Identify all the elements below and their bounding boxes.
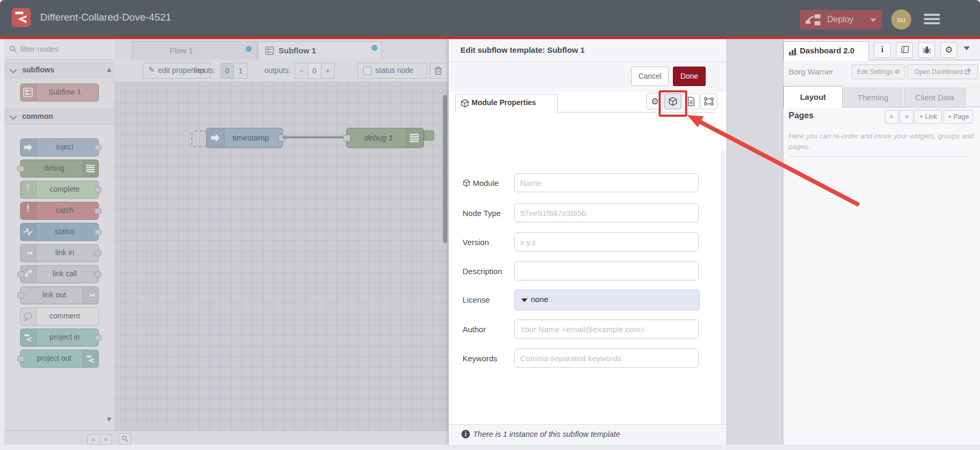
- link-out-icon: [82, 287, 98, 304]
- description-input[interactable]: [514, 261, 699, 280]
- chevron-down-icon: [10, 112, 17, 120]
- node-port: [17, 166, 24, 172]
- edit-settings-button[interactable]: Edit Settings ⚙: [852, 64, 905, 79]
- tab-client-data[interactable]: Client Data: [904, 88, 966, 108]
- status-node-toggle[interactable]: status node: [357, 63, 427, 79]
- canvas-search-button[interactable]: [118, 433, 131, 445]
- node-port: [95, 187, 101, 193]
- tab-flow1[interactable]: Flow 1: [132, 41, 257, 60]
- license-label: License: [463, 295, 490, 304]
- palette-node-link-call[interactable]: link call: [20, 265, 99, 283]
- project-in-icon: [21, 329, 36, 346]
- trash-icon: [434, 67, 442, 75]
- palette-node-project-in[interactable]: project in: [20, 329, 99, 346]
- deploy-button[interactable]: Deploy: [800, 10, 882, 30]
- tab-module-properties[interactable]: Module Properties: [455, 94, 558, 112]
- search-icon: [10, 45, 17, 53]
- author-input[interactable]: [514, 320, 699, 339]
- flow-node-timestamp[interactable]: timestamp: [206, 128, 283, 148]
- chevron-down-icon: «: [900, 115, 913, 118]
- palette-node-debug[interactable]: debug: [20, 160, 99, 177]
- palette-node-project-out[interactable]: project out: [20, 350, 99, 368]
- palette-footer: « «: [4, 430, 115, 445]
- unsaved-changes-dot: [246, 46, 252, 52]
- palette-scroll-down-icon[interactable]: ▼: [106, 415, 113, 423]
- add-page-button[interactable]: + Page: [944, 110, 973, 124]
- dialog-scrollbar[interactable]: [721, 150, 725, 450]
- keywords-input[interactable]: [514, 349, 699, 368]
- outputs-label: outputs:: [264, 66, 291, 74]
- open-dashboard-button[interactable]: Open Dashboard: [907, 64, 978, 79]
- palette-node-inject[interactable]: inject: [20, 138, 99, 156]
- cancel-button[interactable]: Cancel: [631, 67, 669, 86]
- palette-node-catch[interactable]: ! catch: [20, 202, 99, 220]
- bug-icon: [922, 45, 931, 54]
- document-icon: [687, 97, 695, 106]
- palette-node-link-in[interactable]: link in: [20, 244, 99, 262]
- sidebar-menu-caret-icon[interactable]: [964, 46, 970, 50]
- tab-theming[interactable]: Theming: [844, 88, 902, 108]
- palette-section-common[interactable]: common: [4, 109, 114, 125]
- version-input[interactable]: [514, 232, 699, 251]
- flow-node-debug1[interactable]: debug 1: [346, 128, 424, 148]
- info-tab-button[interactable]: i: [874, 42, 891, 58]
- project-name: Borg Warner: [789, 67, 833, 76]
- palette-section-subflows[interactable]: subflows: [4, 62, 114, 78]
- add-link-button[interactable]: + Link: [914, 110, 942, 124]
- inputs-count-0[interactable]: 0: [220, 63, 234, 79]
- expand-all-button[interactable]: «: [900, 110, 913, 124]
- wire: [282, 136, 347, 138]
- done-button[interactable]: Done: [673, 67, 706, 86]
- palette-node-comment[interactable]: comment: [20, 307, 99, 325]
- help-tab-button[interactable]: [896, 42, 913, 58]
- flowfuse-logo-icon: [12, 8, 31, 27]
- gear-icon: ⚙: [945, 44, 953, 55]
- pages-hint-text: Here you can re-order and move your widg…: [789, 131, 974, 153]
- vertical-scrollbar-thumb[interactable]: [443, 95, 447, 243]
- inject-trigger-button[interactable]: [191, 130, 207, 147]
- instance-title: Different-Collared-Dove-4521: [40, 12, 171, 23]
- info-icon: i: [881, 44, 884, 54]
- tab-dashboard-2[interactable]: Dashboard 2.0: [783, 41, 869, 61]
- inputs-count-1[interactable]: 1: [234, 63, 247, 79]
- palette-node-status[interactable]: status: [20, 223, 99, 241]
- palette-node-link-out[interactable]: link out: [20, 286, 99, 304]
- description-label: Description: [463, 267, 502, 276]
- search-icon: [122, 435, 128, 442]
- debug-tab-button[interactable]: [918, 42, 935, 58]
- bottom-frame: [0, 445, 980, 450]
- node-palette: filter nodes subflows Subflow 1 common i…: [4, 39, 115, 445]
- outputs-minus-button[interactable]: −: [294, 63, 308, 79]
- tab-subflow1[interactable]: Subflow 1: [258, 41, 382, 60]
- palette-node-complete[interactable]: ! complete: [20, 181, 99, 199]
- input-port[interactable]: [343, 135, 350, 142]
- project-out-icon: [82, 350, 98, 367]
- user-avatar[interactable]: su: [891, 10, 911, 30]
- inputs-label: inputs:: [194, 66, 216, 74]
- module-input[interactable]: [514, 173, 699, 192]
- main-menu-button[interactable]: [924, 12, 940, 26]
- collapse-all-button[interactable]: «: [885, 110, 899, 124]
- palette-node-subflow[interactable]: Subflow 1: [20, 83, 99, 101]
- author-label: Author: [463, 325, 486, 334]
- palette-filter[interactable]: filter nodes: [4, 39, 114, 60]
- debug-sidebar-toggle[interactable]: [424, 130, 434, 140]
- palette-expand-all-button[interactable]: «: [99, 434, 112, 445]
- deploy-caret-icon[interactable]: [870, 18, 876, 22]
- external-link-icon: [965, 69, 970, 74]
- appearance-tab-button[interactable]: [700, 93, 717, 109]
- unsaved-changes-dot: [372, 45, 377, 51]
- config-tab-button[interactable]: ⚙: [940, 42, 957, 58]
- palette-scroll-up-icon[interactable]: ▲: [106, 65, 113, 73]
- tab-layout[interactable]: Layout: [783, 86, 843, 108]
- inject-icon: [21, 139, 36, 156]
- palette-collapse-all-button[interactable]: «: [87, 434, 100, 445]
- node-type-input[interactable]: [514, 203, 699, 222]
- node-port: [17, 271, 24, 277]
- pages-section: Pages « « + Link + Page Here you can re-…: [783, 107, 980, 202]
- header: Different-Collared-Dove-4521 Deploy su: [0, 0, 980, 36]
- outputs-plus-button[interactable]: +: [321, 63, 335, 79]
- license-select[interactable]: none: [514, 289, 700, 311]
- outputs-count[interactable]: 0: [308, 63, 321, 79]
- status-node-checkbox[interactable]: [363, 67, 372, 75]
